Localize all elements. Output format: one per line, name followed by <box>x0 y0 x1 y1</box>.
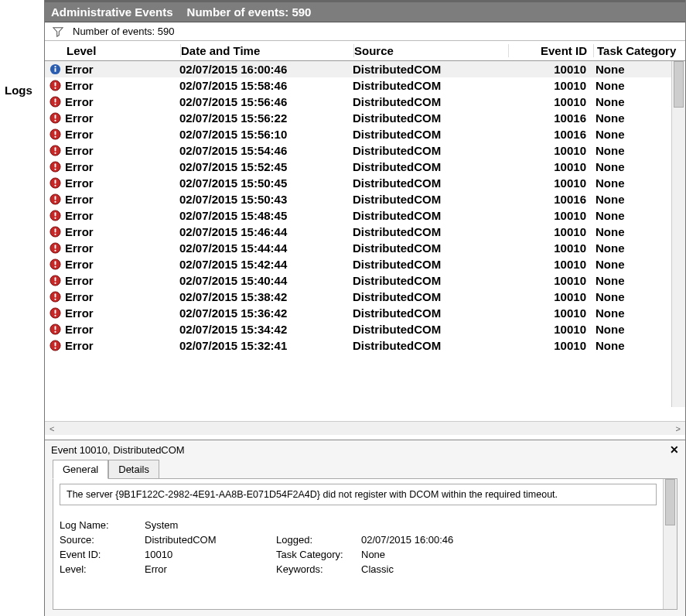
cell-source: DistributedCOM <box>353 79 507 92</box>
table-header: Level Date and Time Source Event ID Task… <box>45 41 685 61</box>
detail-tabs: General Details <box>45 459 685 478</box>
detail-panel: Event 10010, DistributedCOM ✕ General De… <box>45 440 685 616</box>
col-level[interactable]: Level <box>67 44 181 57</box>
cell-level: Error <box>65 176 179 190</box>
cell-task-category: None <box>592 306 671 320</box>
cell-date: 02/07/2015 15:58:46 <box>179 79 353 92</box>
scroll-left-icon[interactable]: < <box>46 424 57 433</box>
table-row[interactable]: Error02/07/2015 15:40:44DistributedCOM10… <box>45 272 671 289</box>
svg-rect-10 <box>54 115 56 118</box>
table-row[interactable]: Error02/07/2015 15:48:45DistributedCOM10… <box>45 207 671 224</box>
cell-task-category: None <box>592 290 671 303</box>
col-date[interactable]: Date and Time <box>181 44 354 57</box>
detail-vertical-scrollbar[interactable] <box>663 479 677 609</box>
label-logged: Logged: <box>276 534 361 546</box>
cell-event-id: 10010 <box>507 225 592 238</box>
error-icon <box>45 307 65 319</box>
table-body: Error02/07/2015 16:00:46DistributedCOM10… <box>45 61 671 421</box>
cell-event-id: 10010 <box>507 258 592 271</box>
table-row[interactable]: Error02/07/2015 15:36:42DistributedCOM10… <box>45 305 671 321</box>
scroll-thumb[interactable] <box>674 61 684 108</box>
table-row[interactable]: Error02/07/2015 15:56:10DistributedCOM10… <box>45 126 671 142</box>
header-bar: Administrative Events Number of events: … <box>45 0 685 22</box>
label-keywords: Keywords: <box>276 563 361 575</box>
svg-point-38 <box>54 266 56 268</box>
table-row[interactable]: Error02/07/2015 15:54:46DistributedCOM10… <box>45 142 671 159</box>
scroll-right-icon[interactable]: > <box>673 424 684 433</box>
svg-rect-13 <box>54 131 56 135</box>
cell-event-id: 10010 <box>507 79 592 92</box>
table-row[interactable]: Error02/07/2015 15:34:42DistributedCOM10… <box>45 321 671 337</box>
cell-source: DistributedCOM <box>353 193 507 206</box>
svg-point-41 <box>54 282 56 284</box>
cell-event-id: 10010 <box>507 144 592 157</box>
cell-level: Error <box>65 79 179 92</box>
cell-event-id: 10010 <box>507 290 592 303</box>
col-source[interactable]: Source <box>354 44 509 57</box>
cell-source: DistributedCOM <box>353 209 507 222</box>
cell-level: Error <box>65 290 179 303</box>
cell-date: 02/07/2015 16:00:46 <box>179 63 353 76</box>
table-row[interactable]: Error02/07/2015 15:58:46DistributedCOM10… <box>45 77 671 94</box>
table-row[interactable]: Error02/07/2015 15:50:43DistributedCOM10… <box>45 191 671 207</box>
table-row[interactable]: Error02/07/2015 15:52:45DistributedCOM10… <box>45 159 671 175</box>
svg-rect-28 <box>54 212 56 216</box>
table-row[interactable]: Error02/07/2015 16:00:46DistributedCOM10… <box>45 61 671 77</box>
cell-task-category: None <box>592 128 671 141</box>
error-icon <box>45 128 65 140</box>
label-level: Level: <box>60 563 145 575</box>
cell-source: DistributedCOM <box>353 323 507 336</box>
svg-rect-37 <box>54 261 56 265</box>
filter-icon[interactable] <box>53 26 63 37</box>
cell-date: 02/07/2015 15:32:41 <box>179 339 353 352</box>
value-source: DistributedCOM <box>145 534 276 546</box>
cell-date: 02/07/2015 15:44:44 <box>179 241 353 255</box>
cell-date: 02/07/2015 15:50:45 <box>179 176 353 190</box>
svg-rect-25 <box>54 196 56 200</box>
table-row[interactable]: Error02/07/2015 15:46:44DistributedCOM10… <box>45 224 671 240</box>
horizontal-scrollbar[interactable]: < > <box>45 421 685 435</box>
cell-level: Error <box>65 274 179 287</box>
cell-source: DistributedCOM <box>353 144 507 157</box>
table-row[interactable]: Error02/07/2015 15:56:46DistributedCOM10… <box>45 94 671 110</box>
cell-source: DistributedCOM <box>353 111 507 125</box>
cell-event-id: 10010 <box>507 209 592 222</box>
cell-source: DistributedCOM <box>353 306 507 320</box>
cell-date: 02/07/2015 15:38:42 <box>179 290 353 303</box>
col-task-category[interactable]: Task Category <box>594 44 679 57</box>
right-pane: Administrative Events Number of events: … <box>44 0 686 616</box>
table-row[interactable]: Error02/07/2015 15:56:22DistributedCOM10… <box>45 110 671 126</box>
cell-task-category: None <box>592 63 671 76</box>
svg-rect-31 <box>54 228 56 232</box>
cell-event-id: 10010 <box>507 95 592 108</box>
svg-point-29 <box>54 217 56 219</box>
error-icon <box>45 291 65 303</box>
tab-details[interactable]: Details <box>108 460 159 479</box>
cell-date: 02/07/2015 15:48:45 <box>179 209 353 222</box>
cell-level: Error <box>65 160 179 173</box>
table-row[interactable]: Error02/07/2015 15:32:41DistributedCOM10… <box>45 337 671 354</box>
cell-source: DistributedCOM <box>353 258 507 271</box>
svg-rect-22 <box>54 180 56 183</box>
svg-point-5 <box>54 87 56 89</box>
vertical-scrollbar[interactable] <box>671 61 685 407</box>
table-row[interactable]: Error02/07/2015 15:50:45DistributedCOM10… <box>45 175 671 191</box>
cell-event-id: 10010 <box>507 160 592 173</box>
svg-point-26 <box>54 201 56 203</box>
col-event-id[interactable]: Event ID <box>509 44 594 57</box>
tab-logs[interactable]: Logs <box>0 84 44 97</box>
label-source: Source: <box>60 534 145 546</box>
error-icon <box>45 275 65 286</box>
svg-point-1 <box>54 66 56 67</box>
detail-scroll-thumb[interactable] <box>665 479 675 525</box>
cell-level: Error <box>65 193 179 206</box>
svg-rect-40 <box>54 277 56 281</box>
cell-event-id: 10016 <box>507 111 592 125</box>
header-count: Number of events: 590 <box>187 5 312 19</box>
table-row[interactable]: Error02/07/2015 15:42:44DistributedCOM10… <box>45 256 671 272</box>
table-row[interactable]: Error02/07/2015 15:38:42DistributedCOM10… <box>45 289 671 305</box>
table-row[interactable]: Error02/07/2015 15:44:44DistributedCOM10… <box>45 240 671 256</box>
tab-general[interactable]: General <box>53 460 108 479</box>
close-icon[interactable]: ✕ <box>670 443 679 456</box>
svg-point-14 <box>54 136 56 138</box>
